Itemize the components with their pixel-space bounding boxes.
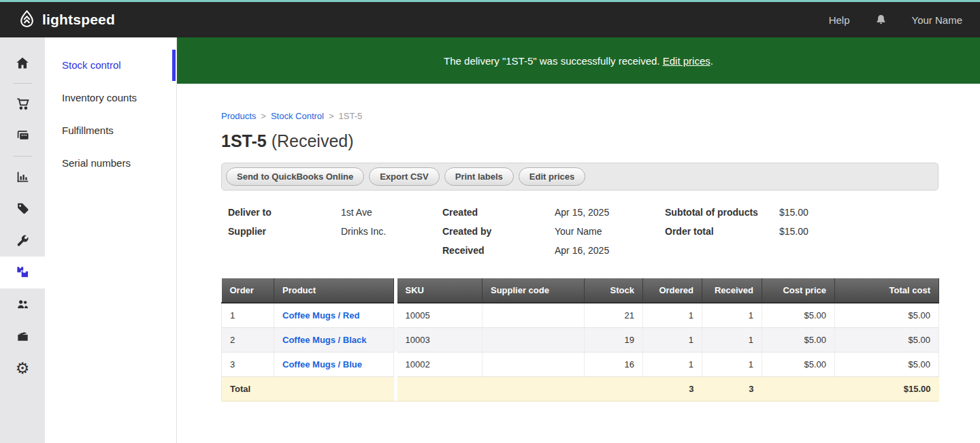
brand-name: lightspeed: [42, 12, 115, 28]
rail-wrench-icon[interactable]: [0, 225, 45, 257]
product-link-coffee-mugs-red[interactable]: Coffee Mugs / Red: [282, 310, 359, 321]
rail-users-icon[interactable]: [0, 289, 45, 321]
cell-product: Coffee Mugs / Black: [274, 327, 394, 352]
action-toolbar: Send to QuickBooks OnlineExport CSVPrint…: [221, 163, 938, 191]
sidebar-item-stock-control[interactable]: Stock control: [45, 49, 176, 82]
column-header-sku: SKU: [397, 278, 483, 303]
rail-cart-icon[interactable]: [0, 88, 45, 120]
cell-stock: 19: [585, 327, 643, 352]
cell-order: 1: [222, 303, 274, 327]
rail-divider: [13, 156, 32, 157]
rail-tag-icon[interactable]: [0, 193, 45, 225]
product-link-coffee-mugs-blue[interactable]: Coffee Mugs / Blue: [282, 359, 362, 370]
detail-row-subtotal-of-products: Subtotal of products$15.00: [665, 203, 937, 222]
detail-label: Received: [442, 241, 555, 260]
breadcrumb: Products>Stock Control>1ST-5: [221, 111, 938, 121]
rail-home-icon[interactable]: [0, 47, 45, 79]
detail-value: $15.00: [779, 222, 808, 241]
total-empty: [397, 376, 585, 401]
lightspeed-logo[interactable]: lightspeed: [18, 10, 115, 31]
banner-suffix: .: [710, 55, 713, 67]
rail-bar-chart-icon[interactable]: [0, 161, 45, 193]
cell-order: 3: [222, 352, 274, 376]
total-label: Total: [222, 376, 394, 401]
cell-received: 1: [702, 303, 762, 327]
table-row: 3Coffee Mugs / Blue100021611$5.00$5.00: [222, 352, 939, 376]
breadcrumb-separator: >: [261, 111, 266, 121]
total-cost-price: [762, 376, 835, 401]
detail-value: $15.00: [779, 203, 808, 222]
lightspeed-flame-icon: [18, 10, 36, 31]
rail-briefcase-icon[interactable]: [0, 321, 45, 352]
sidebar-item-fulfillments[interactable]: Fulfillments: [45, 114, 176, 147]
edit-prices-button[interactable]: Edit prices: [519, 167, 585, 186]
active-nav-indicator: [172, 50, 176, 81]
detail-value: 1st Ave: [341, 203, 372, 222]
order-items-table: OrderProductSKUSupplier codeStockOrdered…: [221, 278, 939, 401]
total-ordered: 3: [643, 376, 702, 401]
details-group-2: CreatedApr 15, 2025Created byYour NameRe…: [442, 203, 665, 260]
table-header-row: OrderProductSKUSupplier codeStockOrdered…: [222, 278, 939, 303]
table-row: 2Coffee Mugs / Black100031911$5.00$5.00: [222, 327, 939, 352]
column-header-supplier-code: Supplier code: [483, 278, 585, 303]
total-received: 3: [702, 376, 762, 401]
rail-gear-icon[interactable]: ⚙: [0, 352, 45, 384]
cell-cost-price: $5.00: [762, 352, 835, 376]
detail-label: Subtotal of products: [665, 203, 779, 222]
page-title: 1ST-5 (Received): [221, 131, 938, 151]
details-group-3: Subtotal of products$15.00Order total$15…: [665, 203, 937, 260]
help-link[interactable]: Help: [829, 14, 850, 26]
detail-row-supplier: SupplierDrinks Inc.: [228, 222, 442, 241]
cell-sku: 10005: [397, 303, 483, 327]
cell-supplier-code: [483, 327, 585, 352]
table-row: 1Coffee Mugs / Red100052111$5.00$5.00: [222, 303, 939, 327]
cell-total-cost: $5.00: [835, 327, 939, 352]
cell-ordered: 1: [643, 303, 702, 327]
detail-label: Created: [442, 203, 555, 222]
cell-stock: 21: [585, 303, 643, 327]
detail-label: Supplier: [228, 222, 341, 241]
cell-ordered: 1: [643, 352, 702, 376]
rail-divider: [13, 83, 32, 84]
cell-cost-price: $5.00: [762, 303, 835, 327]
detail-value: Your Name: [555, 222, 602, 241]
user-menu[interactable]: Your Name: [912, 14, 963, 26]
breadcrumb-link-products[interactable]: Products: [221, 111, 256, 121]
detail-row-received: ReceivedApr 16, 2025: [442, 241, 665, 260]
shell: ⚙ Stock controlInventory countsFulfillme…: [0, 37, 980, 443]
cell-total-cost: $5.00: [835, 352, 939, 376]
total-cost: $15.00: [835, 376, 939, 401]
detail-value: Apr 15, 2025: [555, 203, 609, 222]
total-stock: [585, 376, 643, 401]
cell-ordered: 1: [643, 327, 702, 352]
detail-row-order-total: Order total$15.00: [665, 222, 937, 241]
topbar-right: Help Your Name: [829, 14, 962, 27]
cell-supplier-code: [483, 352, 585, 376]
app-window: lightspeed Help Your Name: [0, 0, 980, 443]
column-header-stock: Stock: [585, 278, 643, 303]
sidebar-item-serial-numbers[interactable]: Serial numbers: [45, 147, 176, 180]
rail-inventory-boxes-icon[interactable]: [0, 257, 45, 289]
export-csv-button[interactable]: Export CSV: [369, 167, 440, 186]
topbar: lightspeed Help Your Name: [0, 0, 980, 37]
detail-label: Order total: [665, 222, 779, 241]
cell-supplier-code: [483, 303, 585, 327]
print-labels-button[interactable]: Print labels: [444, 167, 514, 186]
detail-value: Apr 16, 2025: [555, 241, 609, 260]
sidebar-item-inventory-counts[interactable]: Inventory counts: [45, 82, 176, 114]
product-link-coffee-mugs-black[interactable]: Coffee Mugs / Black: [282, 335, 367, 345]
success-banner: The delivery "1ST-5" was successfully re…: [177, 37, 980, 84]
gear-glyph: ⚙: [16, 361, 30, 376]
banner-message: The delivery "1ST-5" was successfully re…: [444, 55, 659, 67]
column-header-product: Product: [274, 278, 394, 303]
banner-edit-prices-link[interactable]: Edit prices: [663, 55, 710, 67]
cell-order: 2: [222, 327, 274, 352]
detail-row-deliver-to: Deliver to1st Ave: [228, 203, 442, 222]
send-to-quickbooks-online-button[interactable]: Send to QuickBooks Online: [226, 167, 364, 186]
detail-label: Deliver to: [228, 203, 341, 222]
main-area: The delivery "1ST-5" was successfully re…: [177, 37, 980, 443]
notifications-bell-icon[interactable]: [875, 14, 887, 27]
rail-register-icon[interactable]: [0, 120, 45, 152]
cell-product: Coffee Mugs / Red: [274, 303, 394, 327]
breadcrumb-link-stock-control[interactable]: Stock Control: [271, 111, 324, 121]
